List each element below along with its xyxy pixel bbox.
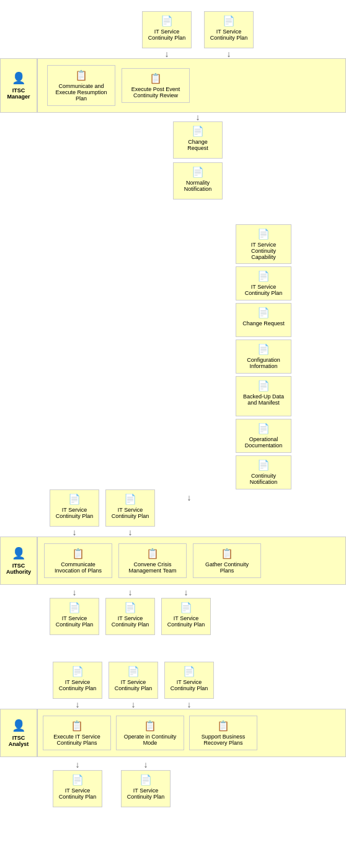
auth-out-1: ↓ 📄 IT Service Continuity Plan — [50, 588, 99, 635]
action-icon: 📋 — [144, 720, 156, 732]
action-icon: 📋 — [146, 548, 159, 559]
authority-inputs-row: 📄 IT Service Continuity Plan ↓ 📄 IT Serv… — [0, 489, 346, 537]
doc-itsc-plan-5: 📄 IT Service Continuity Plan — [105, 489, 155, 527]
analyst-lane-content: 📋 Execute IT Service Continuity Plans 📋 … — [37, 709, 346, 757]
action-execute-it-service: 📋 Execute IT Service Continuity Plans — [43, 716, 111, 750]
separator-1 — [0, 206, 346, 224]
arrow-analyst-out-2: ↓ — [144, 760, 148, 769]
action-execute-post-event: 📋 Execute Post Event Continuity Review — [122, 68, 190, 103]
doc-icon: 📄 — [180, 602, 192, 613]
doc-itsc-plan-4: 📄 IT Service Continuity Plan — [50, 489, 99, 527]
analyst-icon: 👤 — [12, 719, 25, 732]
doc-change-request-2: 📄 Change Request — [236, 303, 291, 337]
itsc-analyst-section: 📄 IT Service Continuity Plan ↓ 📄 IT Serv… — [0, 657, 346, 810]
analyst-input-3: 📄 IT Service Continuity Plan ↓ — [164, 662, 214, 709]
action-icon: 📋 — [71, 720, 83, 732]
doc-icon: 📄 — [140, 774, 152, 786]
analyst-input-2: 📄 IT Service Continuity Plan ↓ — [109, 662, 158, 709]
doc-icon: 📄 — [257, 380, 270, 392]
doc-icon: 📄 — [161, 15, 173, 27]
action-icon: 📋 — [221, 548, 233, 559]
arrow-2: ↓ — [227, 50, 231, 58]
manager-icon: 👤 — [12, 71, 25, 85]
doc-itsc-plan-3: 📄 IT Service Continuity Plan — [236, 266, 291, 300]
doc-icon: 📄 — [257, 459, 270, 471]
action-icon: 📋 — [72, 548, 84, 559]
input-doc-1-group: 📄 IT Service Continuity Plan ↓ — [142, 11, 192, 58]
doc-continuity-notification: 📄 Continuity Notification — [236, 455, 291, 489]
doc-icon: 📄 — [127, 665, 140, 677]
doc-backed-up: 📄 Backed-Up Data and Manifest — [236, 376, 291, 416]
doc-itsc-plan-8: 📄 IT Service Continuity Plan — [161, 598, 211, 635]
doc-icon: 📄 — [257, 270, 270, 282]
doc-itsc-plan-13: 📄 IT Service Continuity Plan — [121, 770, 171, 807]
arrow-analyst-1: ↓ — [76, 700, 80, 709]
doc-itsc-plan-2: 📄 IT Service Continuity Plan — [204, 11, 254, 48]
doc-itsc-plan-1: 📄 IT Service Continuity Plan — [142, 11, 192, 48]
action-support-business: 📋 Support Business Recovery Plans — [189, 716, 257, 750]
arrow-auth-2: ↓ — [128, 528, 133, 537]
arrow-auth-out-1: ↓ — [73, 588, 77, 597]
manager-label: 👤 ITSC Manager — [0, 58, 37, 113]
arrow-1: ↓ — [165, 50, 169, 58]
itsc-authority-section: 📄 IT Service Continuity Capability 📄 IT … — [0, 224, 346, 638]
action-operate-continuity: 📋 Operate in Continuity Mode — [116, 716, 184, 750]
doc-icon: 📄 — [192, 166, 204, 178]
input-doc-2-group: 📄 IT Service Continuity Plan ↓ — [204, 11, 254, 58]
authority-label: 👤 ITSC Authority — [0, 537, 37, 585]
auth-input-1: 📄 IT Service Continuity Plan ↓ — [50, 489, 99, 537]
arrow-analyst-out-1: ↓ — [76, 760, 80, 769]
analyst-label: 👤 ITSC Analyst — [0, 709, 37, 757]
doc-itsc-plan-6: 📄 IT Service Continuity Plan — [50, 598, 99, 635]
authority-lane-content: 📋 Communicate Invocation of Plans 📋 Conv… — [37, 537, 346, 585]
doc-icon: 📄 — [257, 343, 270, 355]
authority-outputs-row: ↓ 📄 IT Service Continuity Plan ↓ 📄 IT Se… — [0, 585, 346, 638]
doc-operational: 📄 Operational Documentation — [236, 419, 291, 453]
doc-icon: 📄 — [183, 665, 195, 677]
authority-right-inputs: 📄 IT Service Continuity Capability 📄 IT … — [0, 224, 346, 489]
doc-config: 📄 Configuration Information — [236, 340, 291, 374]
action-communicate-resumption: 📋 Communicate and Execute Resumption Pla… — [47, 65, 115, 106]
arrow-down-3: ↓ — [196, 113, 200, 121]
doc-itsc-plan-7: 📄 IT Service Continuity Plan — [105, 598, 155, 635]
auth-input-3: ↓ — [161, 489, 217, 537]
arrow-auth-out-3: ↓ — [184, 588, 189, 597]
analyst-outputs-row: ↓ 📄 IT Service Continuity Plan ↓ 📄 IT Se… — [0, 757, 346, 810]
doc-icon: 📄 — [68, 493, 81, 505]
doc-itsc-plan-12: 📄 IT Service Continuity Plan — [53, 770, 102, 807]
authority-lane: 👤 ITSC Authority 📋 Communicate Invocatio… — [0, 537, 346, 585]
doc-icon: 📄 — [257, 423, 270, 434]
manager-lane-content: 📋 Communicate and Execute Resumption Pla… — [37, 58, 346, 113]
manager-outputs: ↓ 📄 Change Request 📄 Normality Notificat… — [0, 113, 346, 206]
doc-itsc-plan-9: 📄 IT Service Continuity Plan — [53, 662, 102, 699]
doc-capability: 📄 IT Service Continuity Capability — [236, 224, 291, 264]
manager-lane: 👤 ITSC Manager 📋 Communicate and Execute… — [0, 58, 346, 113]
action-communicate-invocation: 📋 Communicate Invocation of Plans — [44, 543, 112, 578]
arrow-analyst-3: ↓ — [187, 700, 192, 709]
auth-out-2: ↓ 📄 IT Service Continuity Plan — [105, 588, 155, 635]
action-icon: 📋 — [149, 72, 162, 84]
doc-icon: 📄 — [223, 15, 235, 27]
analyst-input-1: 📄 IT Service Continuity Plan ↓ — [53, 662, 102, 709]
doc-icon: 📄 — [257, 228, 270, 240]
analyst-lane: 👤 ITSC Analyst 📋 Execute IT Service Cont… — [0, 709, 346, 757]
doc-normality: 📄 Normality Notification — [173, 162, 223, 199]
auth-input-2: 📄 IT Service Continuity Plan ↓ — [105, 489, 155, 537]
arrow-auth-1: ↓ — [73, 528, 77, 537]
authority-icon: 👤 — [12, 546, 25, 560]
action-gather-continuity: 📋 Gather Continuity Plans — [193, 543, 261, 578]
doc-itsc-plan-11: 📄 IT Service Continuity Plan — [164, 662, 214, 699]
manager-inputs: 📄 IT Service Continuity Plan ↓ 📄 IT Serv… — [0, 6, 346, 58]
doc-icon: 📄 — [124, 602, 136, 613]
analyst-out-2: ↓ 📄 IT Service Continuity Plan — [121, 760, 171, 807]
doc-icon: 📄 — [257, 307, 270, 318]
arrow-auth-3: ↓ — [187, 493, 192, 502]
doc-icon: 📄 — [71, 665, 84, 677]
doc-itsc-plan-10: 📄 IT Service Continuity Plan — [109, 662, 158, 699]
analyst-out-1: ↓ 📄 IT Service Continuity Plan — [53, 760, 102, 807]
doc-icon: 📄 — [192, 125, 204, 137]
doc-icon: 📄 — [68, 602, 81, 613]
arrow-analyst-2: ↓ — [131, 700, 136, 709]
auth-out-3: ↓ 📄 IT Service Continuity Plan — [161, 588, 211, 635]
action-convene-crisis: 📋 Convene Crisis Management Team — [118, 543, 187, 578]
